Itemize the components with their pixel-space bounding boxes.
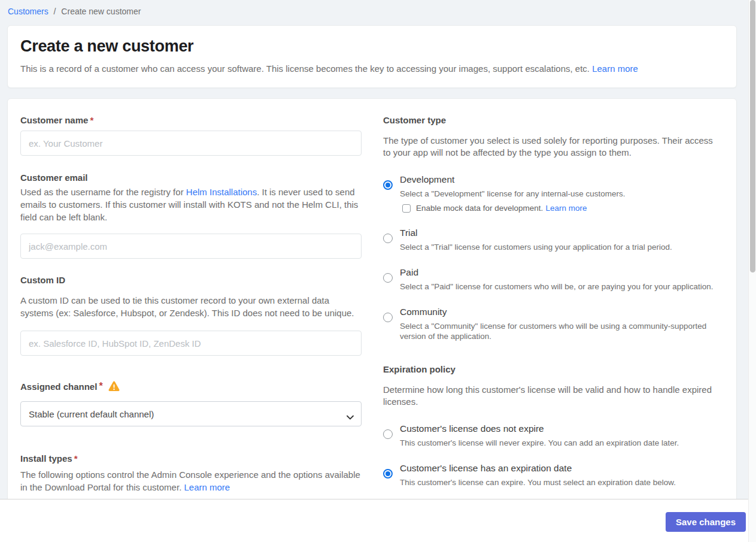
breadcrumb: Customers / Create new customer [0, 0, 756, 16]
expiration-option-has-date: Customer's license has an expiration dat… [383, 462, 715, 488]
customer-email-label: Customer email [20, 172, 362, 183]
development-radio[interactable] [383, 180, 393, 190]
create-customer-page: Customers / Create new customer Create a… [0, 0, 756, 542]
customer-name-input[interactable] [20, 131, 362, 156]
required-asterisk: * [99, 381, 102, 392]
no-expire-option-description: This customer's license will never expir… [400, 438, 679, 448]
assigned-channel-label: Assigned channel [20, 381, 97, 392]
warning-triangle-icon [108, 381, 120, 392]
community-radio[interactable] [383, 313, 393, 322]
paid-option-title: Paid [400, 267, 714, 278]
customer-form-card: Customer name* Customer email Used as th… [7, 98, 737, 505]
required-asterisk: * [90, 115, 93, 125]
customer-type-heading: Customer type [383, 115, 715, 125]
mock-data-checkbox-row: Enable mock data for development. Learn … [402, 204, 626, 213]
mock-data-checkbox-label: Enable mock data for development. [416, 204, 543, 213]
trial-radio[interactable] [383, 234, 393, 243]
page-title: Create a new customer [20, 37, 724, 56]
install-types-learn-more-link[interactable]: Learn more [184, 482, 230, 492]
vertical-scrollbar-track[interactable] [748, 0, 756, 542]
header-card: Create a new customer This is a record o… [7, 25, 737, 88]
customer-type-option-community: Community Select a "Community" license f… [383, 306, 715, 341]
expiration-option-no-expire: Customer's license does not expire This … [383, 423, 715, 448]
breadcrumb-customers-link[interactable]: Customers [8, 7, 48, 16]
license-expires-radio[interactable] [383, 469, 393, 479]
custom-id-label: Custom ID [20, 275, 362, 285]
install-types-label: Install types* [20, 453, 362, 464]
form-left-column: Customer name* Customer email Used as th… [20, 115, 362, 493]
customer-type-option-paid: Paid Select a "Paid" license for custome… [383, 267, 715, 292]
custom-id-input[interactable] [20, 331, 362, 356]
paid-radio[interactable] [383, 273, 393, 283]
customer-name-label: Customer name* [20, 115, 362, 125]
mock-data-learn-more-link[interactable]: Learn more [545, 204, 587, 213]
development-option-description: Select a "Development" license for any i… [400, 189, 626, 199]
customer-type-description: The type of customer you select is used … [383, 135, 715, 159]
community-option-description: Select a "Community" license for custome… [400, 321, 715, 341]
paid-option-description: Select a "Paid" license for customers wh… [400, 281, 714, 292]
breadcrumb-separator: / [54, 7, 56, 16]
helm-installations-link[interactable]: Helm Installations [186, 187, 257, 197]
assigned-channel-select[interactable]: Stable (current default channel) [20, 401, 362, 426]
install-types-help: The following options control the Admin … [20, 468, 362, 493]
page-description: This is a record of a customer who can a… [20, 63, 724, 75]
expiration-policy-description: Determine how long this customer's licen… [383, 384, 715, 408]
has-date-option-title: Customer's license has an expiration dat… [400, 462, 676, 474]
save-changes-button[interactable]: Save changes [666, 512, 746, 532]
breadcrumb-current: Create new customer [61, 7, 141, 16]
development-option-title: Development [400, 174, 626, 185]
assigned-channel-label-row: Assigned channel * [20, 381, 362, 392]
trial-option-description: Select a "Trial" license for customers u… [400, 242, 672, 252]
form-right-column: Customer type The type of customer you s… [383, 115, 715, 488]
mock-data-checkbox[interactable] [402, 204, 411, 213]
customer-type-option-trial: Trial Select a "Trial" license for custo… [383, 227, 715, 252]
license-no-expire-radio[interactable] [383, 429, 393, 439]
no-expire-option-title: Customer's license does not expire [400, 423, 679, 434]
community-option-title: Community [400, 306, 715, 317]
required-asterisk: * [74, 453, 78, 464]
has-date-option-description: This customer's license can expire. You … [400, 477, 676, 488]
trial-option-title: Trial [400, 227, 672, 238]
header-learn-more-link[interactable]: Learn more [592, 63, 638, 74]
expiration-policy-heading: Expiration policy [383, 364, 715, 374]
assigned-channel-select-wrap: Stable (current default channel) [20, 401, 362, 426]
customer-email-help: Used as the username for the registry fo… [20, 186, 362, 223]
customer-type-option-development: Development Select a "Development" licen… [383, 174, 715, 213]
vertical-scrollbar-thumb[interactable] [750, 0, 755, 272]
form-footer-bar: Save changes [0, 499, 756, 542]
custom-id-help: A custom ID can be used to tie this cust… [20, 294, 362, 319]
customer-email-input[interactable] [20, 234, 362, 259]
